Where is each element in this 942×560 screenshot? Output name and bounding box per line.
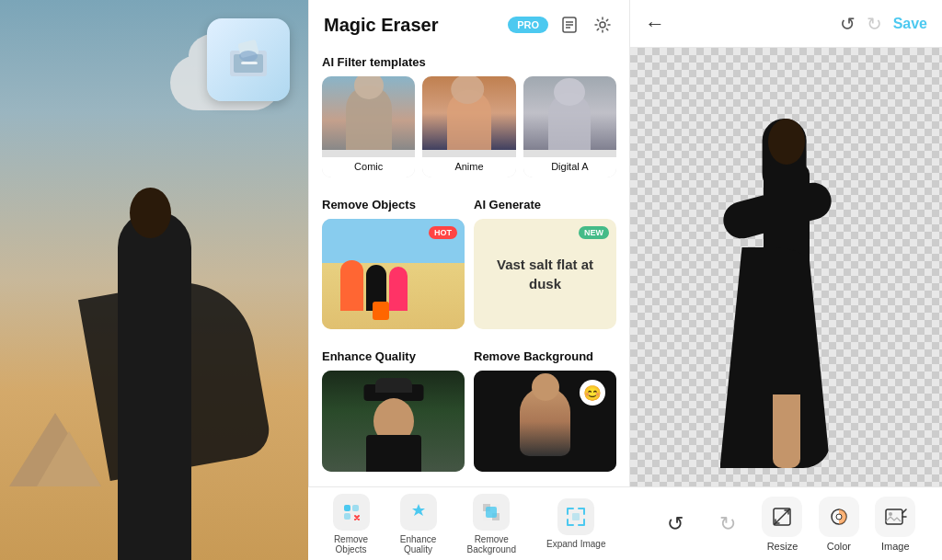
preview-figure: [727, 100, 846, 468]
svg-rect-11: [344, 513, 350, 520]
redo-button-top: ↻: [867, 13, 882, 35]
remove-bg-title: Remove Background: [474, 349, 616, 363]
filter-label-anime: Anime: [422, 157, 515, 177]
tool-label-remove-background: RemoveBackground: [467, 534, 516, 554]
figure-head: [130, 188, 171, 238]
svg-rect-10: [352, 505, 359, 511]
tool-image-label: Image: [881, 541, 910, 552]
app-icon[interactable]: [207, 18, 290, 101]
ai-generate-title: AI Generate: [474, 198, 616, 211]
tool-label-expand: Expand Image: [546, 539, 606, 549]
app-title: Magic Eraser: [324, 15, 499, 36]
remove-background-card[interactable]: 😊: [474, 371, 616, 472]
ai-generate-block: AI Generate NEW Vast salt flat at dusk: [474, 189, 616, 329]
photo-panel: [0, 0, 308, 560]
svg-rect-4: [241, 62, 258, 64]
tool-image[interactable]: Image: [875, 497, 915, 552]
filter-card-digital[interactable]: Digital A: [523, 76, 616, 177]
hot-badge: HOT: [429, 226, 457, 239]
tool-label-remove-objects: RemoveObjects: [334, 534, 368, 554]
figure-body: [118, 211, 191, 560]
bottom-row: Enhance Quality Remove Background: [322, 340, 616, 472]
tool-enhance-quality[interactable]: EnhanceQuality: [400, 494, 437, 554]
enhance-quality-block: Enhance Quality: [322, 340, 465, 472]
expand-image-icon: [557, 498, 594, 535]
back-button[interactable]: ←: [645, 12, 665, 36]
tool-label-enhance: EnhanceQuality: [400, 534, 436, 554]
preview-panel: ← ↺ ↻ Save ↺ ↻: [630, 0, 942, 560]
svg-rect-21: [886, 509, 902, 524]
tool-color[interactable]: Color: [819, 497, 859, 552]
eraser-panel: Magic Eraser PRO AI Filter templates: [308, 0, 630, 560]
enhance-quality-card[interactable]: [322, 371, 465, 472]
figure-leg: [773, 394, 800, 468]
tool-remove-background[interactable]: RemoveBackground: [467, 494, 516, 554]
remove-objects-card[interactable]: HOT: [322, 219, 465, 329]
pro-badge[interactable]: PRO: [508, 17, 548, 33]
eraser-bottom-toolbar: RemoveObjects EnhanceQuality RemoveBackg…: [308, 486, 630, 560]
filter-templates: Comic Anime Digital A: [322, 76, 616, 177]
svg-point-20: [836, 514, 842, 520]
color-icon: [819, 497, 859, 537]
preview-header: ← ↺ ↻ Save: [630, 0, 942, 48]
new-badge: NEW: [579, 226, 609, 239]
tool-resize-label: Resize: [767, 541, 798, 552]
undo-button-top[interactable]: ↺: [840, 13, 856, 35]
ai-prompt-text: Vast salt flat at dusk: [485, 255, 605, 293]
eraser-content: AI Filter templates Comic Anime: [309, 46, 629, 560]
filter-label-digital: Digital A: [523, 157, 616, 177]
enhance-quality-title: Enhance Quality: [322, 349, 465, 363]
tool-expand-image[interactable]: Expand Image: [546, 498, 606, 549]
preview-bottom-toolbar: ↺ ↻ Resize Color: [630, 486, 942, 560]
figure-inner: [731, 119, 842, 468]
svg-point-24: [889, 512, 892, 516]
svg-rect-16: [486, 507, 497, 518]
remove-bg-block: Remove Background 😊: [474, 340, 616, 472]
tool-remove-objects[interactable]: RemoveObjects: [333, 494, 370, 554]
ai-generate-card[interactable]: NEW Vast salt flat at dusk: [474, 219, 616, 329]
book-icon[interactable]: [557, 13, 581, 37]
remove-objects-icon: [333, 494, 370, 531]
tool-resize[interactable]: Resize: [762, 497, 802, 552]
figure-head-preview: [768, 119, 805, 165]
eraser-header: Magic Eraser PRO: [309, 0, 629, 46]
remove-background-icon: [473, 494, 510, 531]
preview-canvas: [630, 48, 942, 486]
remove-objects-title: Remove Objects: [322, 198, 465, 211]
image-icon: [875, 497, 915, 537]
redo-button: ↻: [709, 506, 746, 543]
svg-point-3: [239, 51, 258, 62]
enhance-quality-icon: [400, 494, 437, 531]
save-button[interactable]: Save: [893, 16, 927, 32]
middle-row: Remove Objects HOT AI Generate NEW Vast …: [322, 189, 616, 329]
filter-label-comic: Comic: [322, 157, 415, 177]
resize-icon: [762, 497, 802, 537]
tool-color-label: Color: [827, 541, 851, 552]
remove-objects-block: Remove Objects HOT: [322, 189, 465, 329]
svg-point-8: [600, 22, 605, 28]
settings-icon[interactable]: [591, 13, 615, 37]
filter-card-comic[interactable]: Comic: [322, 76, 415, 177]
undo-button[interactable]: ↺: [657, 506, 694, 543]
svg-rect-9: [344, 505, 350, 511]
filter-card-anime[interactable]: Anime: [422, 76, 515, 177]
pyramid-right: [37, 431, 101, 486]
svg-rect-17: [572, 513, 580, 520]
filter-section-title: AI Filter templates: [322, 55, 616, 69]
